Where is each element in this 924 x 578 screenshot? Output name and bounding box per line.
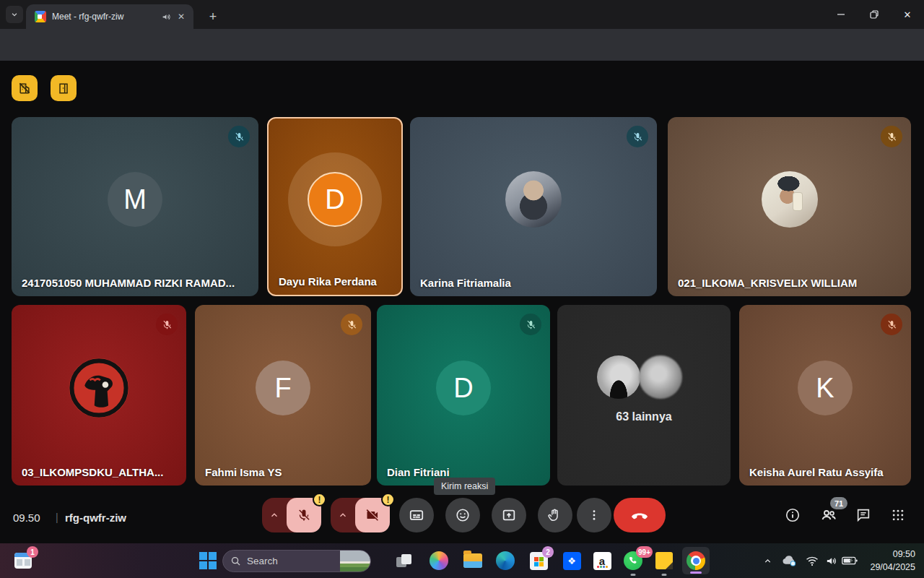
meet-stage: M 2417051050 MUHAMMAD RIZKI RAMAD... D D… <box>0 61 924 543</box>
reaction-tooltip: Kirim reaksi <box>434 478 495 495</box>
search-icon <box>230 556 241 566</box>
cloud-icon <box>781 555 797 566</box>
new-tab-button[interactable]: + <box>204 7 222 26</box>
mic-warning-badge: ! <box>313 493 326 506</box>
meeting-info-button[interactable] <box>784 506 801 524</box>
overflow-avatars <box>597 355 691 403</box>
chevron-up-icon <box>338 510 348 520</box>
dropbox-button[interactable]: ❖ <box>562 551 582 571</box>
no-building-icon[interactable] <box>12 75 38 101</box>
chat-button[interactable] <box>855 506 872 524</box>
participant-tile-speaking[interactable]: D Dayu Rika Perdana <box>267 117 403 296</box>
camera-off-button[interactable]: ! <box>355 498 390 532</box>
sticky-notes-button[interactable] <box>654 551 674 571</box>
tray-expand-button[interactable] <box>758 551 777 571</box>
browser-toolbar: meet.google.com/rfg-qwfr-ziw G ☆ <box>0 29 924 61</box>
microphone-control: ! <box>262 498 321 532</box>
mic-muted-icon <box>228 126 250 147</box>
wifi-tray-icon[interactable] <box>803 551 821 571</box>
minimize-button[interactable] <box>824 0 858 29</box>
end-call-button[interactable] <box>614 498 666 532</box>
chevron-down-icon <box>11 11 18 18</box>
task-view-button[interactable] <box>394 551 414 571</box>
mic-off-icon <box>297 508 311 522</box>
edge-icon <box>496 551 515 570</box>
tab-close-button[interactable]: ✕ <box>175 12 188 22</box>
tray-time: 09:50 <box>870 548 915 561</box>
dropbox-icon: ❖ <box>563 552 581 570</box>
mic-muted-icon <box>881 126 902 147</box>
mic-muted-icon <box>881 314 902 335</box>
participant-name: Dayu Rika Perdana <box>279 275 377 288</box>
tray-clock[interactable]: 09:50 29/04/2025 <box>870 548 915 574</box>
participant-tile[interactable]: Karina Fitriamalia <box>410 117 657 296</box>
participants-button[interactable] <box>820 506 837 524</box>
ms-store-button[interactable]: 2 <box>528 551 549 571</box>
volume-tray-icon[interactable] <box>821 551 840 571</box>
people-icon <box>820 506 837 524</box>
participant-name: Keisha Aurel Ratu Assyifa <box>749 466 884 478</box>
store-badge: 2 <box>542 546 554 558</box>
wifi-icon <box>806 556 819 566</box>
edge-button[interactable] <box>495 551 515 571</box>
mic-muted-icon <box>627 126 648 147</box>
whatsapp-badge: 99+ <box>636 546 653 558</box>
participant-name: 03_ILKOMPSDKU_ALTHA... <box>22 466 163 478</box>
battery-tray-icon[interactable] <box>840 551 859 571</box>
mic-muted-icon <box>156 314 178 335</box>
taskbar-search[interactable]: Search <box>222 550 371 572</box>
overflow-tile[interactable]: 63 lainnya <box>557 305 731 486</box>
meet-control-bar: 09.50 | rfg-qwfr-ziw ! ! <box>0 497 924 540</box>
participant-tile[interactable]: 021_ILKOMA_KRISVELIX WILLIAM <box>668 117 911 296</box>
restore-button[interactable] <box>858 0 891 29</box>
chat-icon <box>855 507 871 523</box>
camera-off-icon <box>365 508 380 522</box>
mic-muted-icon <box>520 314 541 335</box>
participant-tile[interactable]: F Fahmi Isma YS <box>195 305 371 486</box>
activities-button[interactable] <box>889 506 907 524</box>
camera-warning-badge: ! <box>381 493 395 506</box>
participant-tile[interactable]: 03_ILKOMPSDKU_ALTHA... <box>12 305 186 486</box>
avatar-photo <box>762 171 818 228</box>
meet-favicon <box>35 11 46 22</box>
tab-search-button[interactable] <box>6 6 23 23</box>
search-placeholder: Search <box>247 556 340 566</box>
participant-tile[interactable]: D Dian Fitriani <box>377 305 550 486</box>
chevron-up-icon <box>763 556 772 566</box>
captions-button[interactable] <box>399 498 434 532</box>
chrome-icon <box>687 551 705 570</box>
reactions-button[interactable] <box>445 498 480 532</box>
onedrive-tray-icon[interactable] <box>780 551 798 571</box>
apps-grid-icon <box>891 508 905 522</box>
avatar-logo-sheep <box>68 357 130 419</box>
browser-tab-meet[interactable]: Meet - rfg-qwfr-ziw ✕ <box>26 4 193 29</box>
participant-tile[interactable]: M 2417051050 MUHAMMAD RIZKI RAMAD... <box>12 117 258 296</box>
chrome-button-active[interactable] <box>682 547 710 574</box>
whatsapp-button[interactable]: 99+ <box>623 551 643 571</box>
copilot-icon <box>430 551 448 570</box>
windows-taskbar: 1 Search 2 ❖ a 99+ <box>0 543 924 578</box>
avatar <box>597 355 640 399</box>
avatar: F <box>256 361 310 415</box>
more-options-button[interactable] <box>577 498 611 532</box>
avatar-photo <box>505 171 562 228</box>
windows-logo-icon <box>199 552 217 569</box>
raise-hand-button[interactable] <box>538 498 572 532</box>
mic-mute-button[interactable]: ! <box>287 498 321 532</box>
avatar: D <box>308 172 362 227</box>
file-explorer-button[interactable] <box>463 551 483 571</box>
tab-title: Meet - rfg-qwfr-ziw <box>52 12 162 22</box>
participant-tile[interactable]: K Keisha Aurel Ratu Assyifa <box>739 305 911 486</box>
present-button[interactable] <box>492 498 526 532</box>
amazon-button[interactable]: a <box>592 551 612 571</box>
window-controls: ✕ <box>824 0 924 29</box>
participant-name: Karina Fitriamalia <box>420 277 511 289</box>
widgets-button[interactable]: 1 <box>13 551 33 571</box>
start-button[interactable] <box>198 551 218 571</box>
sticky-notes-icon <box>655 552 673 569</box>
close-window-button[interactable]: ✕ <box>891 0 924 29</box>
copilot-button[interactable] <box>429 551 449 571</box>
tab-audio-icon[interactable] <box>162 12 175 22</box>
door-open-icon[interactable] <box>51 75 77 101</box>
hand-icon <box>547 507 563 523</box>
